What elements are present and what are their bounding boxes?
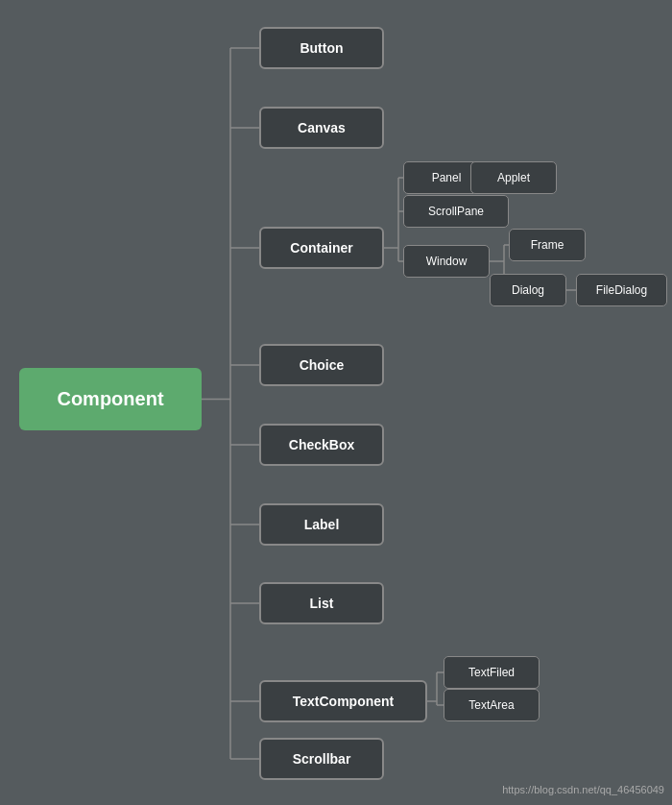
component-node: Component: [19, 368, 202, 430]
label-node: Label: [259, 503, 384, 546]
checkbox-node: CheckBox: [259, 424, 384, 466]
window-node: Window: [403, 245, 490, 278]
applet-node: Applet: [470, 161, 557, 194]
textarea-node: TextArea: [444, 689, 540, 721]
frame-node: Frame: [509, 229, 586, 261]
choice-node: Choice: [259, 344, 384, 386]
dialog-node: Dialog: [490, 274, 566, 306]
textcomponent-node: TextComponent: [259, 680, 427, 722]
textfiled-node: TextFiled: [444, 656, 540, 689]
list-node: List: [259, 582, 384, 624]
filedialog-node: FileDialog: [576, 274, 667, 306]
watermark: https://blog.csdn.net/qq_46456049: [502, 784, 664, 795]
button-node: Button: [259, 27, 384, 69]
canvas-node: Canvas: [259, 107, 384, 149]
scrollpane-node: ScrollPane: [403, 195, 509, 228]
scrollbar-node: Scrollbar: [259, 738, 384, 780]
container-node: Container: [259, 227, 384, 269]
